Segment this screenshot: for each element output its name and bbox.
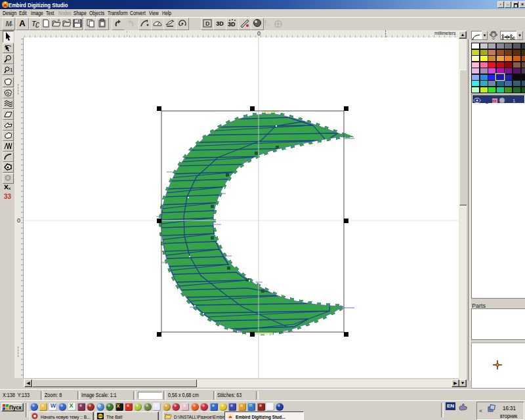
svg-text:1: 1: [513, 98, 516, 104]
svg-text:D: D: [205, 20, 210, 27]
svg-text:c: c: [513, 35, 516, 41]
svg-text:1: 1: [10, 67, 13, 73]
svg-text:88: 88: [492, 99, 497, 103]
svg-text:3D: 3D: [228, 21, 236, 28]
